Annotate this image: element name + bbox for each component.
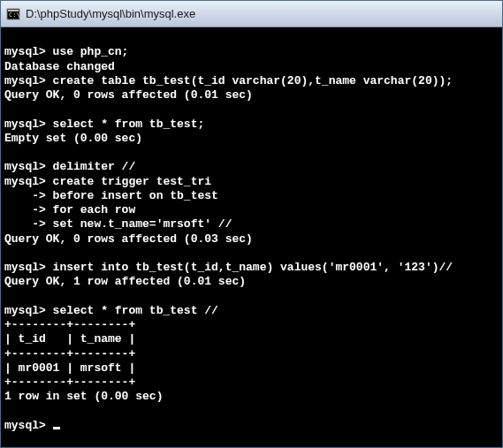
terminal-line: mysql> use php_cn;: [4, 45, 128, 58]
terminal-line: | t_id | t_name |: [4, 332, 135, 345]
terminal-line: Empty set (0.00 sec): [4, 132, 142, 145]
terminal-line: mysql> insert into tb_test(t_id,t_name) …: [4, 261, 453, 274]
terminal-line: Query OK, 1 row affected (0.01 sec): [4, 275, 246, 288]
app-window: C:\ D:\phpStudy\mysql\bin\mysql.exe mysq…: [0, 0, 503, 448]
terminal-line: mysql> select * from tb_test //: [4, 304, 218, 317]
terminal-line: +--------+--------+: [4, 318, 135, 331]
terminal-line: mysql> delimiter //: [4, 160, 135, 173]
terminal-line: Query OK, 0 rows affected (0.03 sec): [4, 232, 253, 246]
svg-text:C:\: C:\: [9, 11, 20, 19]
cursor: [53, 427, 60, 429]
terminal-line: -> for each row: [4, 203, 135, 216]
terminal-line: mysql> create table tb_test(t_id varchar…: [4, 74, 453, 87]
terminal-line: -> set new.t_name='mrsoft' //: [4, 217, 232, 231]
titlebar[interactable]: C:\ D:\phpStudy\mysql\bin\mysql.exe: [1, 1, 502, 27]
terminal-line: mysql> select * from tb_test;: [4, 118, 204, 131]
terminal-line: +--------+--------+: [4, 347, 135, 361]
terminal-line: -> before insert on tb_test: [4, 189, 218, 202]
window-title: D:\phpStudy\mysql\bin\mysql.exe: [26, 7, 195, 20]
terminal-line: mysql> create trigger test_tri: [4, 175, 211, 188]
terminal-line: | mr0001 | mrsoft |: [4, 361, 135, 375]
terminal-output[interactable]: mysql> use php_cn; Database changed mysq…: [1, 27, 502, 447]
terminal-line: Query OK, 0 rows affected (0.01 sec): [4, 88, 253, 102]
app-icon: C:\: [6, 7, 20, 21]
terminal-line: 1 row in set (0.00 sec): [4, 390, 163, 403]
terminal-line: +--------+--------+: [4, 376, 135, 389]
terminal-line: Database changed: [4, 60, 115, 73]
terminal-prompt: mysql>: [4, 419, 53, 432]
